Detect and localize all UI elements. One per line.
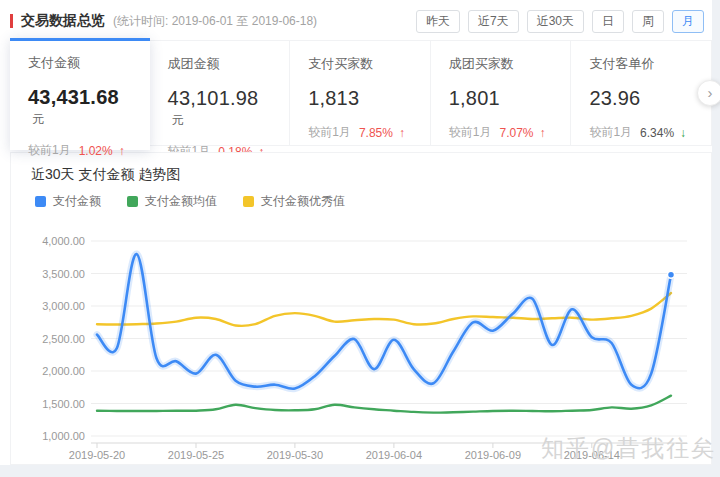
stat-value: 43,431.68 — [28, 86, 119, 108]
delta-value: 7.07% — [499, 126, 533, 140]
dashboard-page: 交易数据总览 (统计时间: 2019-06-01 至 2019-06-18) 昨… — [0, 0, 720, 477]
stat-title: 支付买家数 — [308, 55, 412, 73]
stat-card-pay-buyers[interactable]: 支付买家数 1,813 较前1月 7.85% ↑ — [290, 40, 431, 146]
y-axis-label: 2,000.00 — [42, 365, 85, 377]
x-axis-label: 2019-06-09 — [465, 449, 521, 461]
trend-up-icon: ↑ — [399, 126, 405, 140]
stat-card-pay-amount[interactable]: 支付金额 43,431.68元 较前1月 1.02% ↑ — [10, 38, 150, 150]
stat-card-avg-order-value[interactable]: 支付客单价 23.96 较前1月 6.34% ↓ — [571, 40, 712, 146]
legend-swatch-blue — [35, 196, 46, 207]
delta-value: 1.02% — [79, 144, 113, 158]
stat-unit: 元 — [172, 113, 184, 127]
line-series-0-halo — [97, 254, 671, 389]
endpoint-dot — [668, 271, 675, 278]
main-panel: 交易数据总览 (统计时间: 2019-06-01 至 2019-06-18) 昨… — [0, 0, 712, 465]
header: 交易数据总览 (统计时间: 2019-06-01 至 2019-06-18) 昨… — [10, 10, 704, 38]
chart-legend: 支付金额 支付金额均值 支付金额优秀值 — [35, 193, 345, 210]
trend-up-icon: ↑ — [540, 126, 546, 140]
chart-title: 近30天 支付金额 趋势图 — [31, 166, 180, 184]
stat-title: 成团买家数 — [449, 55, 553, 73]
stat-value-row: 43,101.98元 — [168, 87, 272, 129]
stat-delta-row: 较前1月 7.07% ↑ — [449, 124, 553, 141]
y-axis-label: 3,000.00 — [42, 300, 85, 312]
legend-label: 支付金额均值 — [145, 193, 217, 210]
y-axis-label: 1,500.00 — [42, 398, 85, 410]
title-group: 交易数据总览 (统计时间: 2019-06-01 至 2019-06-18) — [10, 12, 317, 30]
stat-value: 23.96 — [589, 87, 640, 109]
y-axis-label: 4,000.00 — [42, 235, 85, 247]
delta-value: 7.85% — [359, 126, 393, 140]
legend-swatch-green — [127, 196, 138, 207]
trend-chart-card: 近30天 支付金额 趋势图 支付金额 支付金额均值 支付金额优秀值 4,000.… — [10, 152, 712, 465]
y-axis-label: 3,500.00 — [42, 268, 85, 280]
date-range-filters: 昨天 近7天 近30天 日 周 月 — [416, 10, 704, 33]
stat-delta-row: 较前1月 6.34% ↓ — [589, 124, 693, 141]
x-axis-label: 2019-05-25 — [168, 449, 224, 461]
y-axis-label: 1,000.00 — [42, 430, 85, 442]
y-axis-label: 2,500.00 — [42, 333, 85, 345]
compare-label: 较前1月 — [28, 142, 71, 159]
stat-title: 支付金额 — [28, 54, 132, 72]
stat-value-row: 43,431.68元 — [28, 86, 132, 128]
stat-delta-row: 较前1月 7.85% ↑ — [308, 124, 412, 141]
stat-value-row: 1,813 — [308, 87, 412, 110]
x-axis-label: 2019-06-14 — [564, 449, 620, 461]
trend-down-icon: ↓ — [680, 126, 686, 140]
carousel-next-button[interactable]: › — [697, 80, 720, 106]
stat-time-subtitle: (统计时间: 2019-06-01 至 2019-06-18) — [113, 13, 317, 30]
legend-item-average[interactable]: 支付金额均值 — [127, 193, 217, 210]
legend-item-pay-amount[interactable]: 支付金额 — [35, 193, 101, 210]
stat-title: 成团金额 — [168, 55, 272, 73]
x-axis-label: 2019-05-20 — [69, 449, 125, 461]
stat-value: 1,813 — [308, 87, 359, 109]
x-axis-label: 2019-06-04 — [366, 449, 422, 461]
stat-card-group-amount[interactable]: 成团金额 43,101.98元 较前1月 0.18% ↑ — [150, 40, 291, 146]
stat-title: 支付客单价 — [589, 55, 693, 73]
page-title: 交易数据总览 — [21, 12, 105, 30]
yesterday-button[interactable]: 昨天 — [416, 10, 460, 33]
compare-label: 较前1月 — [308, 124, 351, 141]
stat-unit: 元 — [32, 112, 44, 126]
stat-value-row: 1,801 — [449, 87, 553, 110]
day-button[interactable]: 日 — [592, 10, 624, 33]
legend-label: 支付金额 — [53, 193, 101, 210]
last30days-button[interactable]: 近30天 — [527, 10, 584, 33]
stat-delta-row: 较前1月 1.02% ↑ — [28, 142, 132, 159]
compare-label: 较前1月 — [449, 124, 492, 141]
stat-cards-row: 支付金额 43,431.68元 较前1月 1.02% ↑ 成团金额 43,101… — [10, 40, 712, 146]
trend-up-icon: ↑ — [119, 144, 125, 158]
legend-item-excellent[interactable]: 支付金额优秀值 — [243, 193, 345, 210]
stat-value-row: 23.96 — [589, 87, 693, 110]
month-button[interactable]: 月 — [672, 10, 704, 33]
delta-value: 6.34% — [640, 126, 674, 140]
compare-label: 较前1月 — [589, 124, 632, 141]
x-axis-label: 2019-05-30 — [267, 449, 323, 461]
stat-value: 43,101.98 — [168, 87, 259, 109]
line-series-1 — [97, 396, 671, 413]
trend-chart-svg: 4,000.003,500.003,000.002,500.002,000.00… — [21, 233, 701, 461]
stat-value: 1,801 — [449, 87, 500, 109]
legend-swatch-yellow — [243, 196, 254, 207]
legend-label: 支付金额优秀值 — [261, 193, 345, 210]
last7days-button[interactable]: 近7天 — [468, 10, 519, 33]
title-accent-bar — [10, 14, 13, 28]
week-button[interactable]: 周 — [632, 10, 664, 33]
stat-card-group-buyers[interactable]: 成团买家数 1,801 较前1月 7.07% ↑ — [431, 40, 572, 146]
